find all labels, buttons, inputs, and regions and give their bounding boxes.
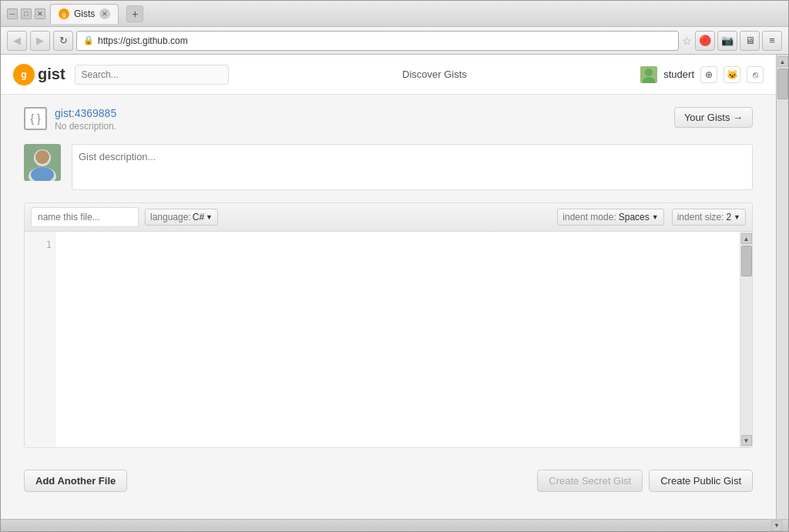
gist-type-icon: { } (24, 107, 47, 130)
file-editor: language: C# ▼ indent mode: Spaces ▼ (24, 202, 753, 448)
logo-icon: g (13, 64, 35, 85)
gist-no-description: No description. (55, 121, 116, 132)
gist-info-bar: { } gist:4369885 No description. Your Gi… (24, 107, 753, 132)
code-editor[interactable] (55, 232, 740, 447)
tab-favicon: g (59, 8, 69, 19)
minimize-button[interactable]: ─ (7, 8, 18, 19)
title-bar: ─ □ ✕ g Gists ✕ + (1, 1, 788, 27)
svg-point-6 (35, 150, 49, 164)
extension-button-2[interactable]: 📷 (717, 31, 737, 51)
main-content: { } gist:4369885 No description. Your Gi… (1, 95, 776, 507)
page-area: g gist Discover Gists studert (1, 55, 788, 519)
extension-button-1[interactable]: 🔴 (695, 31, 715, 51)
indent-mode-arrow: ▼ (652, 213, 659, 221)
your-gists-button[interactable]: Your Gists → (674, 107, 753, 128)
tab-close-button[interactable]: ✕ (99, 8, 110, 19)
gist-id-link[interactable]: gist:4369885 (55, 107, 116, 119)
window-controls: ─ □ ✕ (7, 8, 45, 19)
ssl-lock-icon: 🔒 (83, 35, 94, 45)
create-public-gist-button[interactable]: Create Public Gist (649, 470, 753, 492)
language-value: C# (193, 212, 204, 223)
discover-gists-link[interactable]: Discover Gists (402, 69, 467, 80)
octocat-button[interactable]: 🐱 (724, 66, 740, 83)
indent-mode-value: Spaces (619, 212, 650, 223)
logo-text: gist (38, 65, 65, 83)
scroll-up-button[interactable]: ▲ (777, 56, 788, 67)
language-label: language: (150, 212, 191, 223)
forward-button[interactable]: ▶ (30, 31, 50, 51)
gist-left: { } gist:4369885 No description. (24, 107, 116, 132)
menu-button[interactable]: ≡ (762, 31, 782, 51)
toolbar-right: indent mode: Spaces ▼ indent size: 2 ▼ (557, 209, 746, 226)
bottom-scroll-arrow[interactable]: ▼ (771, 520, 782, 531)
bookmark-star-icon[interactable]: ☆ (682, 35, 692, 47)
gist-title-block: gist:4369885 No description. (55, 107, 116, 132)
browser-bottom-bar: ▼ (1, 519, 788, 531)
header-user: studert ⊕ 🐱 ⎋ (640, 66, 764, 83)
add-another-file-button[interactable]: Add Another File (24, 470, 127, 492)
gist-icon-text: { } (30, 112, 40, 125)
gist-logo[interactable]: g gist (13, 64, 65, 85)
back-button[interactable]: ◀ (7, 31, 27, 51)
extension-button-3[interactable]: 🖥 (740, 31, 760, 51)
line-number-1: 1 (28, 238, 52, 252)
code-scroll-thumb[interactable] (741, 246, 752, 276)
filename-input[interactable] (31, 207, 139, 227)
avatar (640, 66, 657, 83)
maximize-button[interactable]: □ (21, 8, 32, 19)
page-scrollbar: ▲ (776, 55, 788, 519)
indent-size-value: 2 (726, 212, 731, 223)
language-dropdown-arrow: ▼ (206, 213, 213, 221)
username-label[interactable]: studert (663, 69, 694, 80)
search-input[interactable] (75, 65, 229, 85)
nav-bar: ◀ ▶ ↻ 🔒 https://gist.github.com ☆ 🔴 📷 🖥 … (1, 27, 788, 55)
language-select[interactable]: language: C# ▼ (145, 209, 218, 226)
description-textarea[interactable] (72, 144, 753, 190)
url-text: https://gist.github.com (98, 35, 672, 46)
user-photo (24, 144, 61, 181)
description-area (24, 144, 753, 190)
scroll-thumb[interactable] (777, 69, 788, 99)
indent-size-label: indent size: (677, 212, 724, 223)
page-content: g gist Discover Gists studert (1, 55, 776, 519)
code-area: 1 ▲ ▼ (25, 232, 752, 447)
line-numbers: 1 (25, 232, 55, 447)
address-bar[interactable]: 🔒 https://gist.github.com (76, 31, 679, 51)
refresh-button[interactable]: ↻ (53, 31, 73, 51)
browser-tab[interactable]: g Gists ✕ (50, 4, 119, 24)
close-button[interactable]: ✕ (35, 8, 45, 19)
code-scrollbar: ▲ ▼ (740, 232, 752, 447)
indent-size-arrow: ▼ (734, 213, 740, 221)
indent-mode-label: indent mode: (562, 212, 616, 223)
file-toolbar: language: C# ▼ indent mode: Spaces ▼ (25, 203, 752, 232)
app-header: g gist Discover Gists studert (1, 55, 776, 95)
create-secret-gist-button[interactable]: Create Secret Gist (537, 470, 643, 492)
header-nav: Discover Gists (238, 69, 632, 80)
code-scroll-up[interactable]: ▲ (741, 233, 752, 244)
new-tab-button[interactable]: + (126, 5, 143, 22)
add-gist-button[interactable]: ⊕ (700, 66, 717, 83)
tab-title: Gists (74, 8, 95, 19)
logout-button[interactable]: ⎋ (747, 66, 764, 83)
indent-size-select[interactable]: indent size: 2 ▼ (672, 209, 746, 226)
code-scroll-down[interactable]: ▼ (741, 435, 752, 446)
svg-point-1 (645, 69, 653, 76)
bottom-bar: Add Another File Create Secret Gist Crea… (24, 460, 753, 495)
action-buttons: Create Secret Gist Create Public Gist (537, 470, 753, 492)
indent-mode-select[interactable]: indent mode: Spaces ▼ (557, 209, 663, 226)
browser-window: ─ □ ✕ g Gists ✕ + ◀ ▶ ↻ 🔒 https://gist.g… (0, 0, 789, 532)
nav-extras: 🔴 📷 🖥 ≡ (695, 31, 782, 51)
